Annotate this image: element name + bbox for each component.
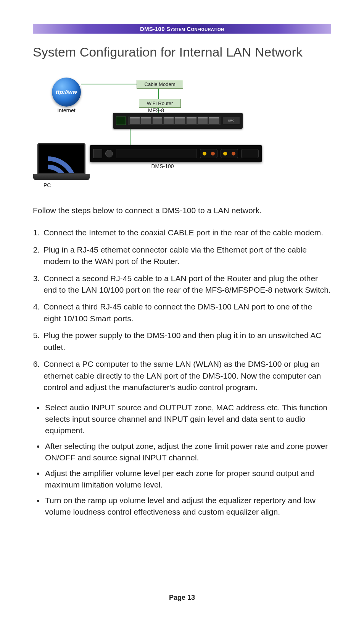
globe-overlay-text: ttp://ww xyxy=(56,89,77,95)
pc-label: PC xyxy=(43,182,51,188)
step-item: Connect a PC computer to the same LAN (W… xyxy=(42,358,331,393)
intro-paragraph: Follow the steps below to connect a DMS-… xyxy=(33,204,331,217)
step-item: Connect a second RJ-45 cable to a LAN po… xyxy=(42,273,331,296)
steps-list: Connect the Internet to the coaxial CABL… xyxy=(33,227,331,393)
cable-modem-box: Cable Modem xyxy=(137,80,183,89)
bullet-item: After selecting the output zone, adjust … xyxy=(44,440,331,464)
section-header-text: DMS-100 System Configuration xyxy=(140,26,224,32)
bullet-item: Select audio INPUT source and OUTPUT zon… xyxy=(44,402,331,437)
internet-globe-icon: ttp://ww xyxy=(52,78,81,107)
step-item: Connect a third RJ-45 cable to connect t… xyxy=(42,301,331,324)
network-diagram: ttp://ww Internet Cable Modem WiFi Route… xyxy=(33,71,266,189)
section-header-bar: DMS-100 System Configuration xyxy=(33,24,331,34)
network-switch-icon: URC xyxy=(113,113,243,129)
wifi-router-box: WiFi Router xyxy=(139,99,181,108)
laptop-icon xyxy=(33,143,90,181)
step-item: Plug the power supply to the DMS-100 and… xyxy=(42,330,331,353)
bullet-list: Select audio INPUT source and OUTPUT zon… xyxy=(33,402,331,518)
dms-100-amp-icon xyxy=(90,145,262,162)
page-footer: Page 13 xyxy=(0,594,364,602)
step-item: Connect the Internet to the coaxial CABL… xyxy=(42,227,331,238)
bullet-item: Adjust the amplifier volume level per ea… xyxy=(44,468,331,491)
wifi-signal-icon xyxy=(39,144,84,174)
internet-label: Internet xyxy=(55,107,78,113)
step-item: Plug in a RJ-45 ethernet connector cable… xyxy=(42,244,331,267)
bullet-item: Turn on the ramp up volume level and adj… xyxy=(44,495,331,518)
page-number: Page 13 xyxy=(169,594,195,601)
page-title: System Configuration for Internal LAN Ne… xyxy=(33,44,331,60)
amp-label: DMS-100 xyxy=(147,163,178,169)
